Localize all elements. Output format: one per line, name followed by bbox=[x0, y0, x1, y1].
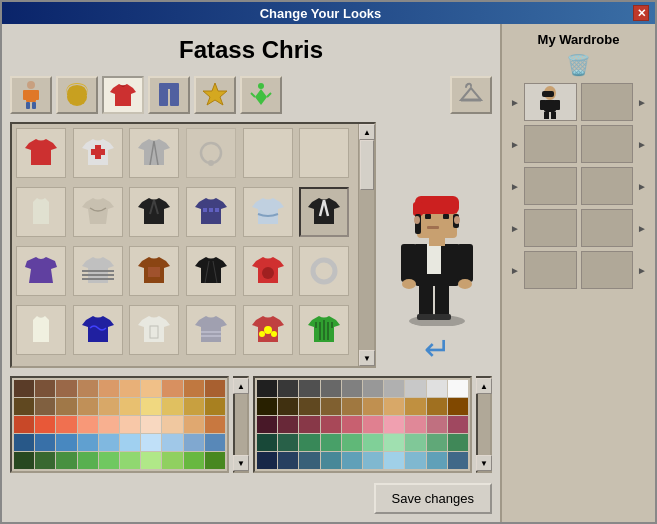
color-swatch[interactable] bbox=[78, 452, 98, 469]
item-undershirt[interactable] bbox=[129, 305, 179, 355]
color-swatch[interactable] bbox=[363, 380, 383, 397]
color-swatch[interactable] bbox=[427, 416, 447, 433]
color-swatch[interactable] bbox=[184, 380, 204, 397]
color-swatch[interactable] bbox=[278, 416, 298, 433]
category-head[interactable] bbox=[56, 76, 98, 114]
wardrobe-left-arrow-1[interactable]: ► bbox=[510, 97, 520, 108]
category-hanger[interactable] bbox=[450, 76, 492, 114]
category-badge[interactable] bbox=[194, 76, 236, 114]
color-swatch[interactable] bbox=[405, 452, 425, 469]
wardrobe-right-arrow-2[interactable]: ► bbox=[637, 139, 647, 150]
color-swatch[interactable] bbox=[384, 398, 404, 415]
color-swatch[interactable] bbox=[427, 398, 447, 415]
wardrobe-left-arrow-5[interactable]: ► bbox=[510, 265, 520, 276]
wardrobe-right-arrow-4[interactable]: ► bbox=[637, 223, 647, 234]
color-swatch[interactable] bbox=[363, 452, 383, 469]
color-swatch[interactable] bbox=[448, 434, 468, 451]
color-swatch[interactable] bbox=[448, 416, 468, 433]
color-swatch[interactable] bbox=[14, 398, 34, 415]
color-swatch[interactable] bbox=[78, 434, 98, 451]
wardrobe-left-arrow-3[interactable]: ► bbox=[510, 181, 520, 192]
color-swatch[interactable] bbox=[257, 434, 277, 451]
color-swatch[interactable] bbox=[120, 380, 140, 397]
color-swatch[interactable] bbox=[120, 434, 140, 451]
color-swatch[interactable] bbox=[448, 380, 468, 397]
scroll-up-button[interactable]: ▲ bbox=[359, 124, 375, 140]
save-button[interactable]: Save changes bbox=[374, 483, 492, 514]
wardrobe-trash-icon[interactable]: 🗑️ bbox=[510, 53, 647, 77]
item-necklace[interactable] bbox=[186, 128, 236, 178]
color-swatch[interactable] bbox=[257, 416, 277, 433]
item-metal[interactable] bbox=[186, 305, 236, 355]
color-swatch[interactable] bbox=[120, 416, 140, 433]
color-swatch[interactable] bbox=[184, 416, 204, 433]
item-brown[interactable] bbox=[129, 246, 179, 296]
color-swatch[interactable] bbox=[278, 380, 298, 397]
item-charm[interactable] bbox=[243, 305, 293, 355]
category-body[interactable] bbox=[10, 76, 52, 114]
color-swatch[interactable] bbox=[342, 452, 362, 469]
wardrobe-slot-2a[interactable] bbox=[524, 125, 577, 163]
item-red-circle[interactable] bbox=[243, 246, 293, 296]
wardrobe-slot-2b[interactable] bbox=[581, 125, 634, 163]
color-swatch[interactable] bbox=[14, 380, 34, 397]
color-swatch[interactable] bbox=[342, 434, 362, 451]
color-swatch[interactable] bbox=[35, 434, 55, 451]
color-swatch[interactable] bbox=[405, 434, 425, 451]
color-swatch[interactable] bbox=[205, 416, 225, 433]
item-red-tee[interactable] bbox=[16, 128, 66, 178]
color-swatch[interactable] bbox=[35, 380, 55, 397]
color-swatch[interactable] bbox=[405, 416, 425, 433]
item-ring[interactable] bbox=[299, 246, 349, 296]
wardrobe-slot-1a[interactable] bbox=[524, 83, 577, 121]
color-swatch[interactable] bbox=[278, 398, 298, 415]
color-swatch[interactable] bbox=[162, 434, 182, 451]
item-robe[interactable] bbox=[16, 246, 66, 296]
item-gi[interactable] bbox=[129, 187, 179, 237]
color-swatch[interactable] bbox=[363, 416, 383, 433]
color-swatch[interactable] bbox=[384, 434, 404, 451]
item-tank1[interactable] bbox=[16, 187, 66, 237]
color-swatch[interactable] bbox=[120, 452, 140, 469]
color-swatch[interactable] bbox=[299, 434, 319, 451]
wardrobe-right-arrow-1[interactable]: ► bbox=[637, 97, 647, 108]
wardrobe-slot-4a[interactable] bbox=[524, 209, 577, 247]
color-swatch[interactable] bbox=[321, 380, 341, 397]
color-swatch[interactable] bbox=[162, 452, 182, 469]
color-swatch[interactable] bbox=[184, 398, 204, 415]
color-swatch[interactable] bbox=[56, 452, 76, 469]
color-swatch[interactable] bbox=[56, 416, 76, 433]
color-swatch[interactable] bbox=[184, 434, 204, 451]
color-swatch[interactable] bbox=[384, 416, 404, 433]
color-swatch[interactable] bbox=[278, 452, 298, 469]
color-scroll-down-1[interactable]: ▼ bbox=[233, 455, 249, 471]
color-swatch[interactable] bbox=[299, 452, 319, 469]
color-swatch[interactable] bbox=[205, 380, 225, 397]
category-shirt[interactable] bbox=[102, 76, 144, 114]
wardrobe-slot-1b[interactable] bbox=[581, 83, 634, 121]
scroll-down-button[interactable]: ▼ bbox=[359, 350, 375, 366]
color-swatch[interactable] bbox=[321, 416, 341, 433]
item-tribal[interactable] bbox=[73, 305, 123, 355]
wardrobe-slot-5b[interactable] bbox=[581, 251, 634, 289]
color-swatch[interactable] bbox=[56, 398, 76, 415]
wardrobe-slot-3b[interactable] bbox=[581, 167, 634, 205]
color-swatch[interactable] bbox=[299, 380, 319, 397]
wardrobe-right-arrow-3[interactable]: ► bbox=[637, 181, 647, 192]
color-swatch[interactable] bbox=[427, 452, 447, 469]
item-vest[interactable] bbox=[129, 128, 179, 178]
color-swatch[interactable] bbox=[321, 398, 341, 415]
item-band[interactable] bbox=[243, 187, 293, 237]
wardrobe-left-arrow-4[interactable]: ► bbox=[510, 223, 520, 234]
close-button[interactable]: ✕ bbox=[633, 5, 649, 21]
color-swatch[interactable] bbox=[141, 434, 161, 451]
color-swatch[interactable] bbox=[405, 398, 425, 415]
color-swatch[interactable] bbox=[99, 380, 119, 397]
color-swatch[interactable] bbox=[299, 398, 319, 415]
color-swatch[interactable] bbox=[162, 380, 182, 397]
color-swatch[interactable] bbox=[162, 398, 182, 415]
wardrobe-slot-3a[interactable] bbox=[524, 167, 577, 205]
color-swatch[interactable] bbox=[321, 452, 341, 469]
color-swatch[interactable] bbox=[141, 416, 161, 433]
color-swatch[interactable] bbox=[78, 416, 98, 433]
